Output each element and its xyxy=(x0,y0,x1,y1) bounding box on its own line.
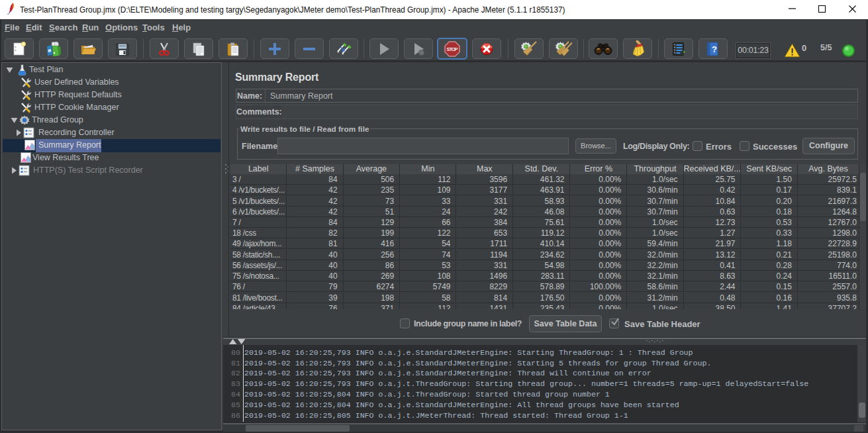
svg-text:?: ? xyxy=(712,44,717,54)
svg-text:STOP: STOP xyxy=(447,46,458,52)
